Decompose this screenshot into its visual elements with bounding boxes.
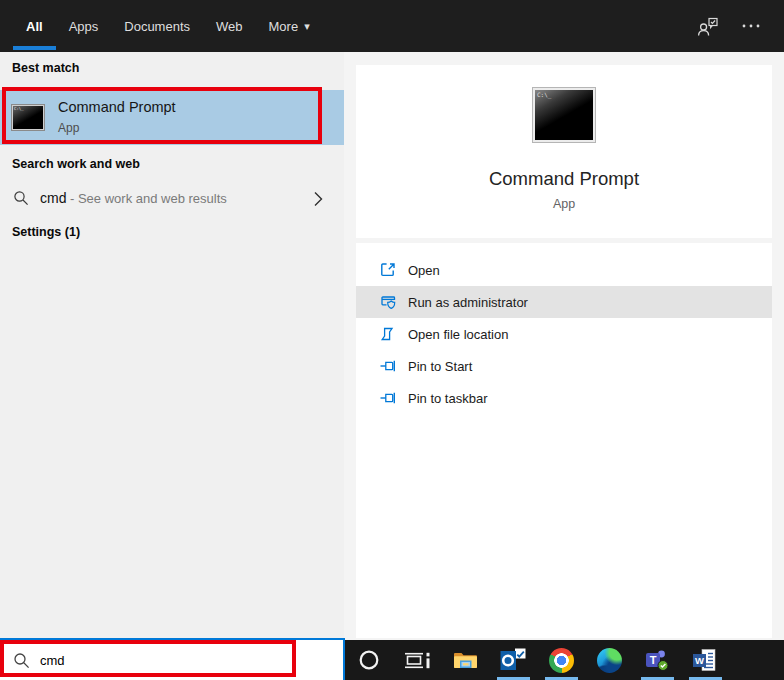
action-pin-to-start[interactable]: Pin to Start [356, 350, 772, 382]
best-match-result[interactable]: Command Prompt App [0, 90, 344, 145]
taskbar-chrome-button[interactable] [537, 640, 585, 680]
open-icon [380, 262, 396, 278]
tab-more-label: More [269, 19, 299, 34]
action-open-file-location[interactable]: Open file location [356, 318, 772, 350]
taskbar-teams-button[interactable]: T [633, 640, 681, 680]
action-run-as-administrator-label: Run as administrator [408, 295, 528, 310]
best-match-subtitle: App [58, 121, 79, 135]
action-open-file-location-label: Open file location [408, 327, 508, 342]
tab-documents-label: Documents [124, 19, 190, 34]
preview-header-card: Command Prompt App [356, 65, 772, 238]
folder-icon [380, 326, 396, 342]
preview-actions-card: Open Run as administrator Open file loca… [356, 243, 772, 638]
preview-title: Command Prompt [356, 168, 772, 190]
taskbar-search-box[interactable]: cmd [0, 638, 345, 680]
search-input-value: cmd [40, 653, 65, 668]
section-header-web-search: Search work and web [12, 157, 140, 171]
pin-icon [380, 390, 397, 406]
more-options-icon[interactable] [741, 23, 761, 29]
action-open[interactable]: Open [356, 254, 772, 286]
action-pin-to-taskbar[interactable]: Pin to taskbar [356, 382, 772, 414]
tab-all[interactable]: All [13, 0, 56, 52]
section-header-settings: Settings (1) [12, 225, 80, 239]
taskbar-task-view-button[interactable] [393, 640, 441, 680]
tab-apps-label: Apps [69, 19, 99, 34]
preview-subtitle: App [356, 197, 772, 211]
cortana-icon [357, 648, 381, 672]
search-filter-bar: All Apps Documents Web More▾ [0, 0, 784, 52]
chevron-down-icon: ▾ [304, 20, 310, 33]
edge-icon [597, 648, 622, 673]
teams-icon: T [644, 647, 670, 673]
svg-text:T: T [650, 654, 657, 666]
suggestion-hint: - See work and web results [70, 191, 227, 206]
tab-web[interactable]: Web [203, 0, 256, 52]
filter-tabs: All Apps Documents Web More▾ [13, 0, 323, 52]
chevron-right-icon[interactable] [313, 191, 323, 207]
action-run-as-administrator[interactable]: Run as administrator [356, 286, 772, 318]
taskbar-cortana-button[interactable] [345, 640, 393, 680]
task-view-icon [402, 648, 432, 672]
command-prompt-icon-large [533, 88, 595, 142]
tab-web-label: Web [216, 19, 243, 34]
admin-shield-icon [380, 294, 397, 311]
section-header-best-match: Best match [12, 61, 79, 75]
suggestion-query: cmd [40, 190, 66, 206]
windows-search-overlay: All Apps Documents Web More▾ Best match [0, 0, 784, 680]
word-icon: W [692, 647, 718, 673]
taskbar-outlook-button[interactable] [489, 640, 537, 680]
outlook-icon [500, 647, 526, 673]
action-pin-to-taskbar-label: Pin to taskbar [408, 391, 488, 406]
search-icon [13, 190, 29, 206]
tab-more[interactable]: More▾ [256, 0, 323, 52]
taskbar-word-button[interactable]: W [681, 640, 729, 680]
action-pin-to-start-label: Pin to Start [408, 359, 472, 374]
action-open-label: Open [408, 263, 440, 278]
chrome-icon [549, 648, 574, 673]
command-prompt-icon [12, 105, 44, 130]
web-search-suggestion[interactable]: cmd - See work and web results [0, 180, 344, 218]
tab-all-label: All [26, 19, 43, 34]
svg-text:W: W [695, 655, 704, 666]
user-feedback-icon[interactable] [696, 14, 721, 38]
panel-divider [344, 52, 356, 638]
search-icon [13, 652, 30, 669]
taskbar: T W [345, 640, 784, 680]
results-panel: Best match Command Prompt App Search wor… [0, 52, 344, 638]
pin-icon [380, 358, 397, 374]
tab-documents[interactable]: Documents [111, 0, 203, 52]
topbar-actions [696, 0, 784, 52]
file-explorer-icon [452, 648, 479, 672]
taskbar-edge-button[interactable] [585, 640, 633, 680]
best-match-title: Command Prompt [58, 99, 176, 115]
taskbar-file-explorer-button[interactable] [441, 640, 489, 680]
tab-apps[interactable]: Apps [56, 0, 112, 52]
